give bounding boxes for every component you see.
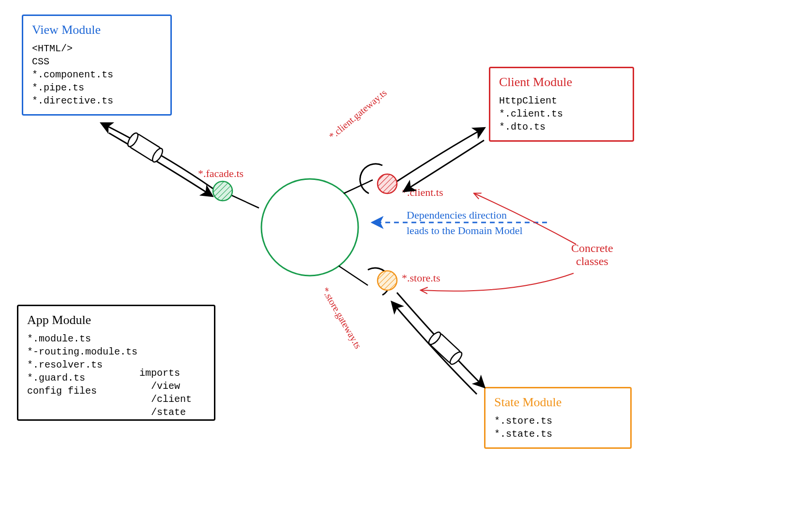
app-module-box: App Module *.module.ts *-routing.module.… (17, 305, 215, 421)
view-module-box: View Module <HTML/> CSS *.component.ts *… (22, 15, 172, 116)
svg-point-8 (151, 147, 165, 164)
svg-rect-6 (129, 133, 162, 162)
svg-point-17 (378, 271, 397, 290)
svg-point-7 (126, 132, 140, 148)
client-gateway-label: *.client.gateway.ts (327, 87, 389, 142)
svg-rect-13 (429, 333, 461, 364)
app-module-title: App Module (27, 313, 205, 327)
concrete-arrows (421, 193, 576, 291)
store-gateway-label: *.store.gateway.ts (319, 285, 364, 351)
facade-label: *.facade.ts (198, 167, 243, 180)
client-ts-label: *.client.ts (402, 186, 443, 199)
store-ts-label: *.store.ts (402, 272, 440, 284)
svg-point-15 (448, 350, 464, 366)
client-module-box: Client Module HttpClient *.client.ts *.d… (489, 67, 634, 142)
state-module-box: State Module *.store.ts *.state.ts (484, 387, 632, 449)
svg-point-10 (213, 181, 232, 201)
view-connector (102, 123, 213, 196)
svg-point-14 (427, 330, 442, 346)
svg-line-11 (344, 180, 373, 193)
concrete-label: Concrete classes (571, 242, 613, 268)
domain-circle (261, 179, 358, 276)
state-module-title: State Module (494, 395, 622, 410)
view-module-title: View Module (32, 23, 162, 37)
svg-line-16 (339, 266, 368, 285)
store-gateway-port (339, 266, 397, 295)
domain-title: Domain Module (271, 201, 349, 226)
svg-point-12 (378, 174, 397, 193)
view-module-body: <HTML/> CSS *.component.ts *.pipe.ts *.d… (32, 42, 162, 107)
dep-bottom: leads to the Domain Model (407, 224, 523, 237)
app-module-imports: imports /view /client /state (139, 367, 192, 419)
state-connector (392, 293, 484, 394)
diagram-canvas: View Module <HTML/> CSS *.component.ts *… (0, 0, 789, 532)
facade-port (213, 181, 259, 208)
client-module-title: Client Module (499, 75, 624, 89)
dep-top: Dependencies direction (407, 209, 507, 222)
domain-body: *.model.ts (283, 235, 341, 248)
state-module-body: *.store.ts *.state.ts (494, 414, 622, 441)
client-connector (397, 128, 484, 191)
svg-line-9 (228, 193, 259, 208)
client-module-body: HttpClient *.client.ts *.dto.ts (499, 94, 624, 133)
client-gateway-port (344, 164, 397, 193)
